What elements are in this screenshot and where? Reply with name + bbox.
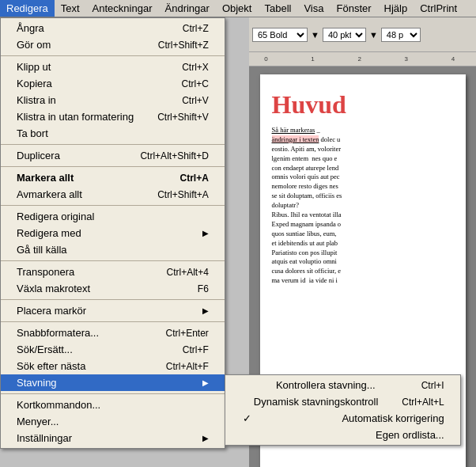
- markera-allt-shortcut: Ctrl+A: [179, 173, 208, 184]
- content-line-6: nemolore resto diges nes: [272, 182, 454, 192]
- sep3: [1, 166, 225, 167]
- submenu-item-dynamisk[interactable]: Dynamisk stavningskontroll Ctrl+Alt+L: [225, 393, 460, 410]
- content-line-7: se sit doluptam, officiis es: [272, 192, 454, 201]
- kopiera-label: Kopiera: [17, 78, 52, 89]
- menu-item-kopiera[interactable]: Kopiera Ctrl+C: [1, 75, 225, 92]
- markera-allt-label: Markera allt: [17, 172, 74, 184]
- content-line-16: ma verum id ia vide ni i: [272, 276, 454, 286]
- content-line-4: con endaept aturepe lend: [272, 164, 454, 173]
- dynamisk-label: Dynamisk stavningskontroll: [254, 396, 379, 408]
- snabbformatera-label: Snabbformatera...: [17, 327, 99, 339]
- content-line-2: eostio. Apiti am, voloriter: [272, 145, 454, 154]
- menubar: Redigera Text Anteckningar Ändringar Obj…: [0, 0, 476, 17]
- page-content: Så här markeras _ ändringar i texten dol…: [272, 126, 454, 286]
- content-line-3: lgenim entem nes quo e: [272, 154, 454, 164]
- menu-item-avmarkera-allt[interactable]: Avmarkera allt Ctrl+Shift+A: [1, 186, 225, 203]
- transponera-label: Transponera: [17, 266, 74, 278]
- ruler-marks: 0 1 2 3 4 5 6: [253, 55, 476, 63]
- menu-item-klistra-in[interactable]: Klistra in Ctrl+V: [1, 92, 225, 108]
- toolbar: 65 Bold ▼ 40 pkt ▼ 48 p: [249, 17, 476, 52]
- duplicera-label: Duplicera: [17, 150, 60, 161]
- menu-item-gorom[interactable]: Gör om Ctrl+Shift+Z: [1, 36, 225, 53]
- menu-item-snabbformatera[interactable]: Snabbformatera... Ctrl+Enter: [1, 325, 225, 341]
- submenu-item-kontrollera[interactable]: Kontrollera stavning... Ctrl+I: [225, 377, 460, 393]
- klipp-ut-shortcut: Ctrl+X: [182, 62, 209, 73]
- menu-visa[interactable]: Visa: [297, 0, 330, 17]
- leading-select[interactable]: 48 p: [381, 28, 421, 42]
- menu-item-sok-ersatt[interactable]: Sök/Ersätt... Ctrl+F: [1, 341, 225, 358]
- menu-item-ta-bort[interactable]: Ta bort: [1, 125, 225, 142]
- redigera-med-arrow: ▶: [202, 229, 209, 237]
- menu-item-klipp-ut[interactable]: Klipp ut Ctrl+X: [1, 59, 225, 75]
- menu-item-angra[interactable]: Ångra Ctrl+Z: [1, 20, 225, 36]
- stavning-label: Stavning: [17, 377, 57, 389]
- submenu-item-automatisk[interactable]: ✓ Automatisk korrigering: [225, 410, 460, 427]
- transponera-shortcut: Ctrl+Alt+4: [166, 267, 208, 278]
- menu-andringar[interactable]: Ändringar: [159, 0, 216, 17]
- automatisk-check: ✓: [241, 412, 254, 424]
- content-line-0: Så här markeras _: [272, 126, 454, 135]
- menu-redigera[interactable]: Redigera: [0, 0, 55, 17]
- menu-item-klistra-utan[interactable]: Klistra in utan formatering Ctrl+Shift+V: [1, 108, 225, 125]
- menu-tabell[interactable]: Tabell: [258, 0, 297, 17]
- menu-item-menyer[interactable]: Menyer...: [1, 413, 225, 430]
- stavning-submenu: Kontrollera stavning... Ctrl+I Dynamisk …: [225, 374, 461, 446]
- menu-item-markera-allt[interactable]: Markera allt Ctrl+A: [1, 169, 225, 186]
- redigera-original-label: Redigera original: [17, 211, 94, 222]
- content-line-12: et idebitendis ut aut plab: [272, 239, 454, 249]
- content-line-5: omnis volori quis aut pec: [272, 173, 454, 182]
- kontrollera-check: [241, 379, 254, 391]
- kontrollera-label: Kontrollera stavning...: [276, 379, 376, 391]
- placera-marker-label: Placera markör: [17, 305, 86, 317]
- menu-item-transponera[interactable]: Transponera Ctrl+Alt+4: [1, 264, 225, 280]
- menu-item-kortkommandon[interactable]: Kortkommandon...: [1, 397, 225, 413]
- klistra-utan-label: Klistra in utan formatering: [17, 111, 134, 123]
- menu-hjalp[interactable]: Hjälp: [378, 0, 414, 17]
- sok-nasta-shortcut: Ctrl+Alt+F: [166, 361, 209, 372]
- dynamisk-shortcut: Ctrl+Alt+L: [402, 397, 444, 408]
- content-line-13: Pariatisto con pos illupit: [272, 249, 454, 258]
- sep6: [1, 299, 225, 300]
- content-line-1: ändringar i texten dolec u: [272, 135, 454, 145]
- page-title: Huvud: [272, 90, 454, 120]
- ruler: 0 1 2 3 4 5 6: [249, 52, 476, 66]
- menu-ctrlprint[interactable]: CtrlPrint: [414, 0, 463, 17]
- kopiera-shortcut: Ctrl+C: [181, 78, 208, 89]
- toolbar-sep1: ▼: [309, 30, 321, 40]
- angra-shortcut: Ctrl+Z: [183, 23, 209, 34]
- placera-marker-arrow: ▶: [202, 306, 209, 315]
- menu-item-installningar[interactable]: Inställningar ▶: [1, 430, 225, 446]
- font-size-select[interactable]: 65 Bold: [252, 28, 308, 42]
- menu-item-ga-till-kalla[interactable]: Gå till källa: [1, 241, 225, 258]
- menu-item-redigera-med[interactable]: Redigera med ▶: [1, 225, 225, 241]
- gorom-shortcut: Ctrl+Shift+Z: [158, 40, 209, 51]
- menu-item-vaxla[interactable]: Växla makrotext F6: [1, 280, 225, 297]
- menu-text[interactable]: Text: [55, 0, 86, 17]
- klistra-in-shortcut: Ctrl+V: [182, 95, 209, 106]
- automatisk-label: Automatisk korrigering: [342, 412, 444, 424]
- content-line-14: atquis eat voluptio omni: [272, 257, 454, 267]
- kontrollera-shortcut: Ctrl+I: [421, 380, 444, 391]
- menyer-label: Menyer...: [17, 416, 59, 427]
- stavning-arrow: ▶: [202, 378, 209, 387]
- menu-item-stavning[interactable]: Stavning ▶ Kontrollera stavning... Ctrl+…: [1, 374, 225, 391]
- point-size-select[interactable]: 40 pkt: [323, 28, 366, 42]
- vaxla-shortcut: F6: [198, 283, 209, 294]
- gorom-label: Gör om: [17, 39, 51, 51]
- menu-objekt[interactable]: Objekt: [216, 0, 259, 17]
- menu-item-redigera-original[interactable]: Redigera original: [1, 208, 225, 225]
- sep5: [1, 260, 225, 261]
- menu-item-placera-marker[interactable]: Placera markör ▶: [1, 302, 225, 319]
- menu-item-duplicera[interactable]: Duplicera Ctrl+Alt+Shift+D: [1, 147, 225, 164]
- menu-item-sok-nasta[interactable]: Sök efter nästa Ctrl+Alt+F: [1, 358, 225, 374]
- menu-fonster[interactable]: Fönster: [330, 0, 377, 17]
- submenu-item-egen[interactable]: Egen ordlista...: [225, 427, 460, 443]
- content-line-15: cusa dolores sit officiur, e: [272, 267, 454, 276]
- sep1: [1, 55, 225, 56]
- dynamisk-check: [241, 396, 254, 408]
- avmarkera-allt-label: Avmarkera allt: [17, 188, 82, 200]
- angra-label: Ångra: [17, 22, 44, 34]
- klistra-in-label: Klistra in: [17, 94, 56, 106]
- menu-anteckningar[interactable]: Anteckningar: [86, 0, 159, 17]
- sok-nasta-label: Sök efter nästa: [17, 360, 85, 372]
